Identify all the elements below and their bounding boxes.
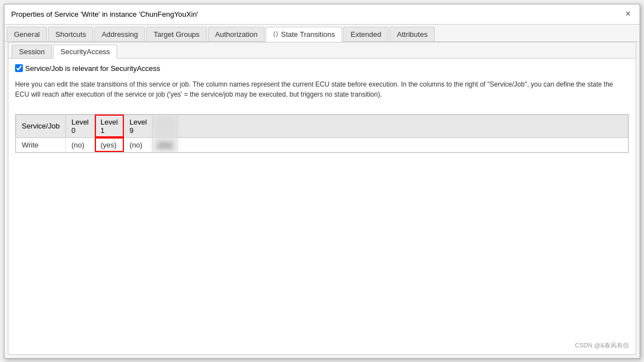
top-tab-bar: General Shortcuts Addressing Target Grou… <box>4 25 640 42</box>
state-transitions-table: Service/Job Level 0 Level 1 Level 9 <box>15 114 629 153</box>
security-access-checkbox[interactable] <box>15 64 23 72</box>
col-level0: Level 0 <box>65 115 94 137</box>
title-bar: Properties of Service 'Write' in instanc… <box>4 4 640 25</box>
cell-level1[interactable]: (yes) <box>95 137 124 152</box>
tab-addressing[interactable]: Addressing <box>94 27 145 41</box>
content-area: Session SecurityAccess Service/Job is re… <box>8 42 636 355</box>
cell-level9: (no) <box>124 137 153 152</box>
tab-session[interactable]: Session <box>12 45 52 58</box>
cell-service: Write <box>16 137 66 152</box>
table-row: Write (no) (yes) (no) <box>16 137 628 152</box>
tab-state-transitions[interactable]: ⟨⟩ State Transitions <box>266 27 342 42</box>
tab-authorization[interactable]: Authorization <box>208 27 265 41</box>
tab-shortcuts[interactable]: Shortcuts <box>48 27 93 41</box>
state-transitions-icon: ⟨⟩ <box>273 30 278 38</box>
table-header-row: Service/Job Level 0 Level 1 Level 9 <box>16 115 628 137</box>
col-level1: Level 1 <box>95 115 124 137</box>
col-service-job: Service/Job <box>16 115 66 137</box>
tab-general[interactable]: General <box>7 27 47 41</box>
description-text: Here you can edit the state transitions … <box>15 79 629 99</box>
cell-empty <box>177 137 628 152</box>
col-level9: Level 9 <box>124 115 153 137</box>
cell-blurred: (no) <box>153 137 177 152</box>
inner-content: Service/Job is relevant for SecurityAcce… <box>8 59 636 354</box>
tab-target-groups[interactable]: Target Groups <box>146 27 206 41</box>
col-blurred <box>153 115 177 137</box>
inner-tab-bar: Session SecurityAccess <box>8 42 636 59</box>
tab-attributes[interactable]: Attributes <box>390 27 435 41</box>
dialog-title: Properties of Service 'Write' in instanc… <box>11 10 198 18</box>
col-empty <box>177 115 628 137</box>
watermark: CSDN @&春风有信 <box>575 341 629 350</box>
close-button[interactable]: × <box>623 8 633 20</box>
cell-level0: (no) <box>65 137 94 152</box>
tab-security-access[interactable]: SecurityAccess <box>53 45 117 59</box>
checkbox-row: Service/Job is relevant for SecurityAcce… <box>15 64 629 73</box>
tab-extended[interactable]: Extended <box>343 27 388 41</box>
checkbox-label: Service/Job is relevant for SecurityAcce… <box>25 64 160 73</box>
